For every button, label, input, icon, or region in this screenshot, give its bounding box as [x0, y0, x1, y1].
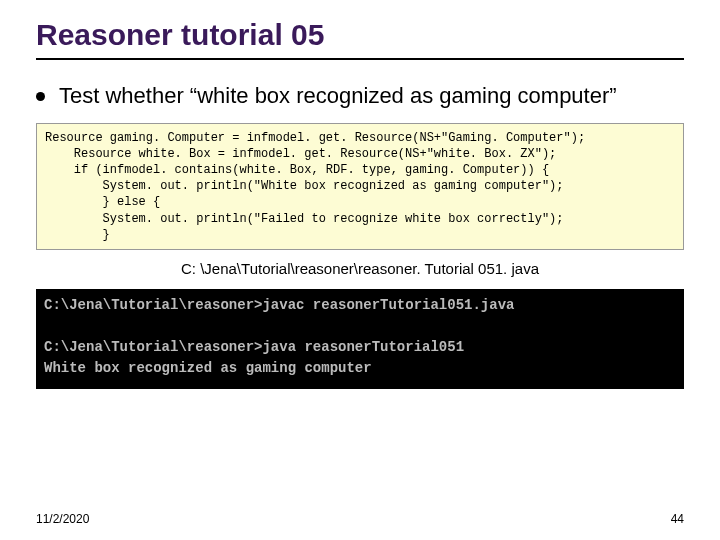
slide-footer: 11/2/2020 44 [36, 512, 684, 526]
terminal-line: C:\Jena\Tutorial\reasoner>javac reasoner… [44, 297, 514, 313]
code-line: if (infmodel. contains(white. Box, RDF. … [45, 163, 549, 177]
code-line: System. out. println("White box recogniz… [45, 179, 563, 193]
code-line: Resource white. Box = infmodel. get. Res… [45, 147, 556, 161]
file-path: C: \Jena\Tutorial\reasoner\reasoner. Tut… [36, 260, 684, 277]
terminal-line: White box recognized as gaming computer [44, 360, 372, 376]
code-line: System. out. println("Failed to recogniz… [45, 212, 563, 226]
terminal-output: C:\Jena\Tutorial\reasoner>javac reasoner… [36, 289, 684, 389]
footer-date: 11/2/2020 [36, 512, 89, 526]
bullet-text: Test whether “white box recognized as ga… [59, 82, 617, 111]
footer-page-number: 44 [671, 512, 684, 526]
bullet-dot-icon [36, 92, 45, 101]
bullet-item: Test whether “white box recognized as ga… [36, 82, 684, 111]
code-line: } [45, 228, 110, 242]
slide-title: Reasoner tutorial 05 [36, 18, 684, 52]
title-underline [36, 58, 684, 60]
terminal-line: C:\Jena\Tutorial\reasoner>java reasonerT… [44, 339, 464, 355]
code-line: } else { [45, 195, 160, 209]
code-line: Resource gaming. Computer = infmodel. ge… [45, 131, 585, 145]
code-block: Resource gaming. Computer = infmodel. ge… [36, 123, 684, 250]
